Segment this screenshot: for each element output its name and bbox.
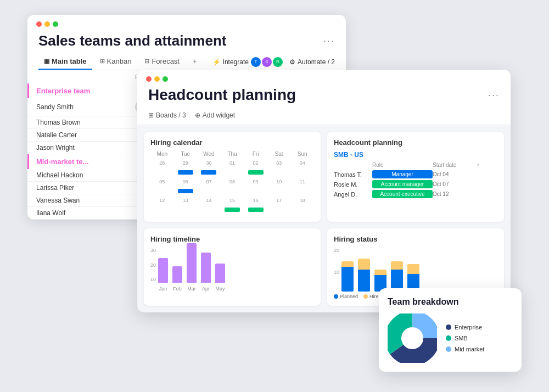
hc-role-badge: Account executive [372, 190, 433, 198]
pie-chart [388, 313, 437, 363]
cal-week-1-bars [150, 169, 314, 176]
hc-start-date: Oct 12 [433, 191, 477, 197]
headcount-planning-widget: Headcount planning SMB - US Role Start d… [327, 132, 504, 222]
integrate-button[interactable]: ⚡ Integrate T S R [212, 57, 283, 67]
row-name: Sandy Smith [36, 103, 135, 111]
bar-rect [172, 266, 182, 283]
hc-group-label: SMB - US [334, 151, 497, 159]
page-title: Sales teams and attainment [38, 32, 226, 49]
avatar-2: S [262, 57, 272, 67]
cal-week-2-dates: 05 06 07 08 09 10 11 [150, 178, 314, 186]
stacked-bar [341, 261, 354, 292]
day-thu: Thu [221, 151, 244, 157]
tab-main-table[interactable]: ▦ Main table [38, 54, 92, 70]
cal-week-2-bars [150, 187, 314, 195]
minimize-dot[interactable] [44, 21, 50, 27]
headcount-title-area: Headcount planning ··· [137, 85, 511, 109]
row-name: Larissa Piker [36, 184, 135, 192]
hiring-timeline-title: Hiring timeline [150, 235, 314, 243]
close-dot-front[interactable] [146, 76, 152, 82]
planned-label: Planned [340, 294, 358, 299]
avatar-3: R [273, 57, 283, 67]
hc-col-headers: Role Start date + [334, 162, 497, 168]
bar-jan: Jan [158, 258, 168, 292]
col-name [36, 74, 135, 80]
row-name: Jason Wright [36, 144, 135, 152]
hired-dot [363, 294, 368, 299]
automate-label: Automate / 2 [298, 58, 335, 66]
boards-button[interactable]: ⊞ Boards / 3 [148, 111, 186, 119]
expand-dot[interactable] [53, 21, 58, 27]
status-bar-2 [358, 259, 370, 292]
hc-start-date: Oct 04 [433, 171, 477, 177]
enterprise-circle [446, 324, 451, 330]
midmarket-label: Mid market [455, 346, 484, 352]
scene: Sales teams and attainment ··· ▦ Main ta… [27, 15, 522, 377]
cal-bar [248, 208, 264, 212]
hc-name: Rosie M. [334, 181, 372, 188]
status-y-axis: 20 10 [334, 248, 339, 292]
hired-bar [374, 270, 386, 275]
automate-icon: ⚙ [289, 58, 295, 66]
bar-rect [158, 258, 168, 283]
bar-may: May [215, 264, 225, 292]
team-breakdown-card: Team breakdown Enterprise [379, 288, 522, 372]
timeline-chart-area: 30 20 10 Jan Feb [150, 248, 314, 292]
bar-label: Mar [187, 286, 196, 292]
title-area: Sales teams and attainment ··· [27, 30, 346, 54]
breakdown-legend: Enterprise SMB Mid market [446, 324, 484, 352]
hiring-calendar-title: Hiring calendar [150, 138, 314, 147]
hc-row[interactable]: Angel D. Account executive Oct 12 [334, 190, 497, 198]
forecast-icon: ⊟ [144, 58, 149, 65]
planned-bar [358, 270, 370, 292]
midmarket-circle [446, 346, 451, 352]
bar-label: Jan [159, 286, 167, 292]
hc-row[interactable]: Thomas T. Manager Oct 04 [334, 170, 497, 178]
planned-dot [334, 294, 338, 299]
bar-apr: Apr [201, 253, 211, 292]
kanban-icon: ⊞ [100, 58, 105, 65]
tab-kanban[interactable]: ⊞ Kanban [94, 54, 137, 70]
automate-button[interactable]: ⚙ Automate / 2 [289, 58, 335, 66]
expand-dot-front[interactable] [163, 76, 168, 82]
day-wed: Wed [197, 151, 221, 157]
cal-week-3-bars [150, 206, 314, 214]
headcount-card: Headcount planning ··· ⊞ Boards / 3 ⊕ Ad… [137, 70, 511, 312]
y-axis: 30 20 10 [150, 248, 156, 292]
status-bars [341, 248, 419, 292]
tab-forecast[interactable]: ⊟ Forecast [139, 54, 185, 70]
subtitle-row: ⊞ Boards / 3 ⊕ Add widget [137, 109, 511, 125]
cal-week-1-dates: 28 29 30 01 02 03 04 [150, 159, 314, 167]
status-bar-1 [341, 261, 354, 292]
smb-label: SMB [455, 335, 468, 341]
hc-name: Angel D. [334, 191, 372, 198]
bar-label: May [216, 286, 225, 292]
cal-bar [178, 189, 193, 193]
tab-add[interactable]: + [187, 54, 203, 70]
smb-circle [446, 335, 451, 341]
add-widget-label: Add widget [203, 111, 235, 119]
status-bar-5 [407, 264, 419, 292]
minimize-dot-front[interactable] [154, 76, 160, 82]
bar-label: Apr [202, 286, 210, 292]
widgets-grid: Hiring calendar Mon Tue Wed Thu Fri Sat … [137, 125, 511, 312]
hired-bar [391, 261, 403, 270]
hc-name: Thomas T. [334, 171, 372, 178]
table-icon: ▦ [44, 58, 49, 65]
more-button[interactable]: ··· [323, 35, 335, 47]
status-bar-4 [391, 261, 403, 292]
row-name: Natalie Carter [36, 131, 135, 139]
bar-feb: Feb [172, 266, 182, 292]
hc-col-add[interactable]: + [477, 162, 488, 168]
day-sun: Sun [290, 151, 314, 157]
calendar-grid: Mon Tue Wed Thu Fri Sat Sun 28 29 30 01 [150, 151, 314, 214]
legend-planned: Planned [334, 294, 358, 299]
legend-smb: SMB [446, 335, 484, 341]
hc-row[interactable]: Rosie M. Account manager Oct 07 [334, 180, 497, 188]
headcount-more-button[interactable]: ··· [488, 89, 500, 101]
close-dot[interactable] [36, 21, 42, 27]
hiring-status-title: Hiring status [334, 235, 497, 243]
bar-mar: Mar [187, 243, 197, 292]
integrate-icon: ⚡ [212, 58, 221, 66]
add-widget-button[interactable]: ⊕ Add widget [195, 111, 235, 119]
